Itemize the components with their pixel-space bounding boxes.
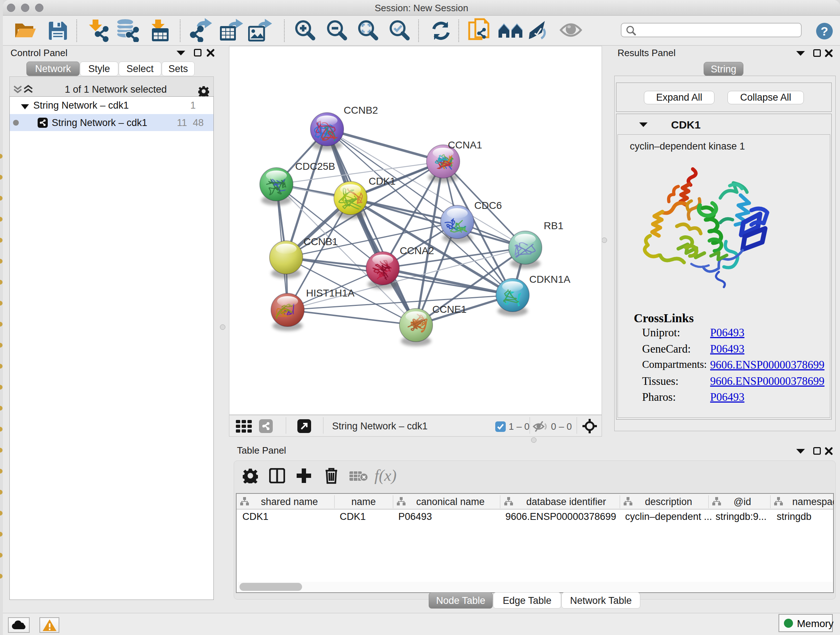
svg-text:RB1: RB1 xyxy=(544,220,563,231)
svg-text:CCNA1: CCNA1 xyxy=(448,139,482,150)
svg-text:CDK1: CDK1 xyxy=(369,176,396,187)
svg-text:CCNB1: CCNB1 xyxy=(303,236,338,247)
svg-text:CDKN1A: CDKN1A xyxy=(529,274,570,285)
svg-text:HIST1H1A: HIST1H1A xyxy=(306,287,355,299)
svg-text:CCNA2: CCNA2 xyxy=(400,245,434,256)
svg-text:CCNB2: CCNB2 xyxy=(344,105,378,116)
svg-text:CDC25B: CDC25B xyxy=(295,161,335,172)
svg-text:CCNE1: CCNE1 xyxy=(432,304,467,315)
svg-text:CDC6: CDC6 xyxy=(474,200,502,211)
